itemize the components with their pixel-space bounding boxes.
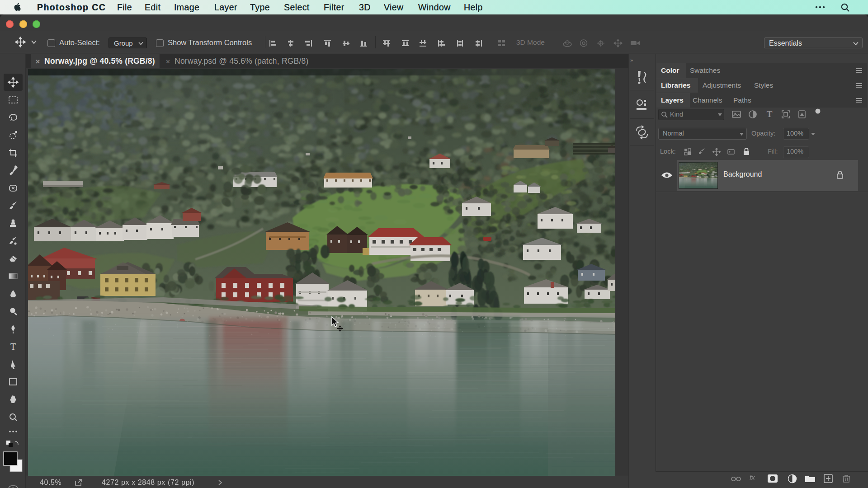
svg-text:T: T <box>10 342 16 352</box>
svg-text:T: T <box>767 110 773 119</box>
